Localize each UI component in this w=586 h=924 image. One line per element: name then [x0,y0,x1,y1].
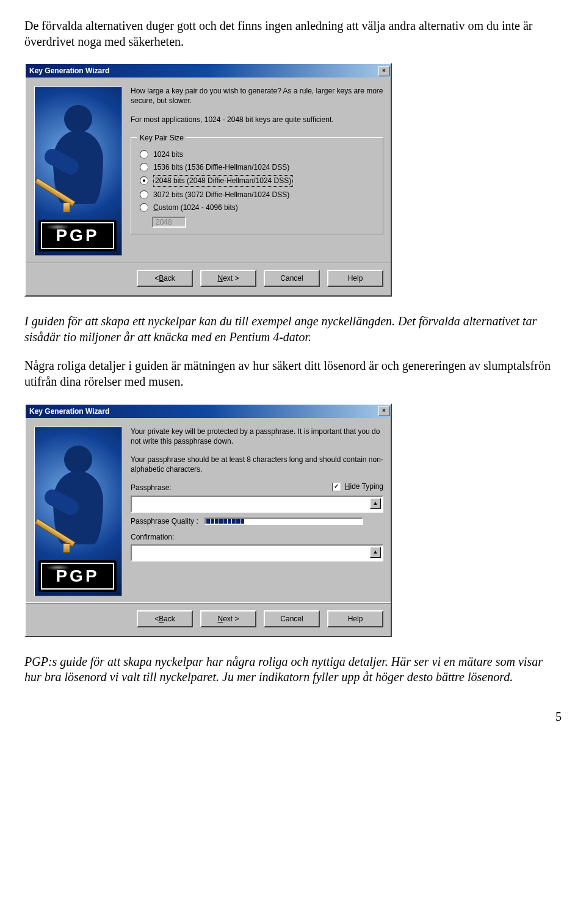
confirmation-label: Confirmation: [131,533,174,541]
radio-1024[interactable]: 1024 bits [140,150,377,159]
cancel-button[interactable]: Cancel [264,610,320,627]
radio-icon[interactable] [140,163,148,171]
radio-1536[interactable]: 1536 bits (1536 Diffie-Hellman/1024 DSS) [140,162,377,172]
window-title: Key Generation Wizard [29,407,109,416]
help-button[interactable]: Help [327,610,383,627]
cancel-button[interactable]: Cancel [264,270,320,287]
radio-label: 1024 bits [153,150,183,159]
body-paragraph-1: De förvalda alternativen duger gott och … [24,18,562,49]
wizard-button-bar: < Back Next > Cancel Help [26,262,391,295]
caption-2: PGP:s guide för att skapa nyckelpar har … [24,654,562,685]
radio-label: 1536 bits (1536 Diffie-Hellman/1024 DSS) [153,162,289,172]
wizard-intro-1: How large a key pair do you wish to gene… [131,86,383,106]
page-number: 5 [24,710,562,724]
radio-2048[interactable]: 2048 bits (2048 Diffie-Hellman/1024 DSS) [140,175,377,186]
radio-icon[interactable] [140,150,148,159]
back-button[interactable]: < Back [137,610,193,627]
radio-icon[interactable] [140,190,148,199]
wizard-button-bar: < Back Next > Cancel Help [26,602,391,636]
scroll-up-icon[interactable]: ▲ [370,547,381,558]
close-icon[interactable]: × [378,66,389,76]
wizard-intro-2: Your passphrase should be at least 8 cha… [131,455,383,474]
confirmation-input[interactable]: ▲ [131,544,383,561]
key-generation-wizard-dialog-size: Key Generation Wizard × PGP How large a … [24,63,392,297]
wizard-side-graphic: PGP [34,86,122,256]
key-generation-wizard-dialog-passphrase: Key Generation Wizard × PGP Your private… [24,403,392,637]
radio-label: Custom (1024 - 4096 bits) [153,203,238,212]
radio-icon[interactable] [140,203,148,212]
pgp-logo: PGP [38,560,117,592]
passphrase-row: Passphrase: ✓ Hide Typing [131,483,383,493]
radio-label: 3072 bits (3072 Diffie-Hellman/1024 DSS) [153,190,289,200]
help-button[interactable]: Help [327,270,383,287]
caption-1: I guiden för att skapa ett nyckelpar kan… [24,314,562,345]
radio-icon[interactable] [140,176,148,185]
keypair-size-group: Key Pair Size 1024 bits 1536 bits (1536 … [131,133,383,234]
quality-label: Passphrase Quality : [131,516,198,526]
wizard-side-graphic: PGP [34,427,122,596]
radio-custom[interactable]: Custom (1024 - 4096 bits) [140,203,377,212]
group-legend: Key Pair Size [137,133,186,143]
checkbox-icon[interactable]: ✓ [332,483,341,491]
radio-3072[interactable]: 3072 bits (3072 Diffie-Hellman/1024 DSS) [140,190,377,200]
back-button[interactable]: < Back [137,270,193,287]
next-button[interactable]: Next > [200,270,256,287]
custom-bits-input[interactable] [152,217,186,228]
titlebar[interactable]: Key Generation Wizard × [26,64,391,78]
close-icon[interactable]: × [378,406,389,416]
titlebar[interactable]: Key Generation Wizard × [26,405,391,418]
next-button[interactable]: Next > [200,610,256,627]
passphrase-label: Passphrase: [131,483,172,492]
scroll-up-icon[interactable]: ▲ [370,498,381,509]
passphrase-input[interactable]: ▲ [131,496,383,513]
wizard-intro-2: For most applications, 1024 - 2048 bit k… [131,115,383,125]
wizard-intro-1: Your private key will be protected by a … [131,427,383,446]
window-title: Key Generation Wizard [29,67,109,75]
hide-typing-toggle[interactable]: ✓ Hide Typing [332,483,383,491]
body-paragraph-2: Några roliga detaljer i guiden är mätnin… [24,358,562,389]
pgp-logo: PGP [38,220,117,251]
passphrase-quality-meter [204,518,363,525]
radio-label: 2048 bits (2048 Diffie-Hellman/1024 DSS) [153,175,293,186]
